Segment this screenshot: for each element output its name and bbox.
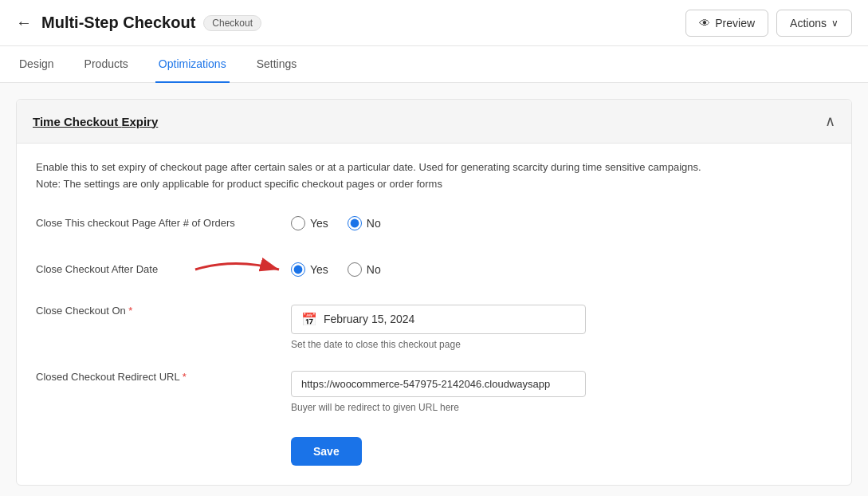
redirect-label: Closed Checkout Redirect URL * [36,371,291,383]
redirect-hint: Buyer will be redirect to given URL here [291,402,586,413]
save-button[interactable]: Save [291,437,362,466]
section-title: Time Checkout Expiry [33,115,158,128]
close-orders-radio-group: Yes No [291,216,381,230]
close-orders-yes-option[interactable]: Yes [291,216,328,230]
chevron-down-icon: ∨ [831,18,839,29]
nav-tabs: Design Products Optimizations Settings [0,46,868,83]
close-orders-no-option[interactable]: No [348,216,381,230]
redirect-required: * [183,371,187,383]
tab-design[interactable]: Design [16,46,57,83]
tab-products[interactable]: Products [81,46,132,83]
close-orders-label: Close This checkout Page After # of Orde… [36,217,291,229]
close-on-label: Close Checkout On * [36,305,291,317]
close-date-label: Close Checkout After Date [36,263,291,275]
close-date-yes-radio[interactable] [291,262,305,277]
date-input-field[interactable]: 📅 February 15, 2024 [291,305,586,334]
save-button-wrapper: Save [36,431,832,466]
redirect-url-input[interactable] [291,371,586,397]
main-content: Time Checkout Expiry ∧ Enable this to se… [0,83,868,496]
page-title: Multi-Step Checkout [41,14,195,32]
header-actions: 👁 Preview Actions ∨ [685,10,852,37]
info-text: Enable this to set expiry of checkout pa… [36,159,832,193]
close-on-input-col: 📅 February 15, 2024 Set the date to clos… [291,305,586,350]
eye-icon: 👁 [699,17,710,30]
redirect-input-col: Buyer will be redirect to given URL here [291,371,586,413]
close-date-row: Close Checkout After Date [36,255,832,284]
checkout-badge: Checkout [203,15,261,31]
back-button[interactable]: ← [16,14,32,32]
close-date-no-option[interactable]: No [348,262,381,277]
app-header: ← Multi-Step Checkout Checkout 👁 Preview… [0,0,868,46]
close-date-yes-option[interactable]: Yes [291,262,328,277]
section-header: Time Checkout Expiry ∧ [17,100,851,144]
close-orders-no-radio[interactable] [348,216,362,230]
section-card: Time Checkout Expiry ∧ Enable this to se… [16,99,852,486]
close-orders-yes-radio[interactable] [291,216,305,230]
tab-optimizations[interactable]: Optimizations [155,46,230,83]
redirect-row: Closed Checkout Redirect URL * Buyer wil… [36,368,832,413]
actions-button[interactable]: Actions ∨ [776,10,852,37]
close-date-radio-group: Yes No [291,262,381,277]
preview-button[interactable]: 👁 Preview [685,10,768,37]
calendar-icon: 📅 [301,312,317,327]
tab-settings[interactable]: Settings [253,46,300,83]
close-date-no-radio[interactable] [348,262,362,277]
collapse-icon[interactable]: ∧ [825,112,835,130]
close-on-row: Close Checkout On * 📅 February 15, 2024 … [36,301,832,350]
close-on-hint: Set the date to close this checkout page [291,339,586,350]
close-on-required: * [128,305,132,317]
section-body: Enable this to set expiry of checkout pa… [17,144,851,485]
close-orders-row: Close This checkout Page After # of Orde… [36,209,832,238]
